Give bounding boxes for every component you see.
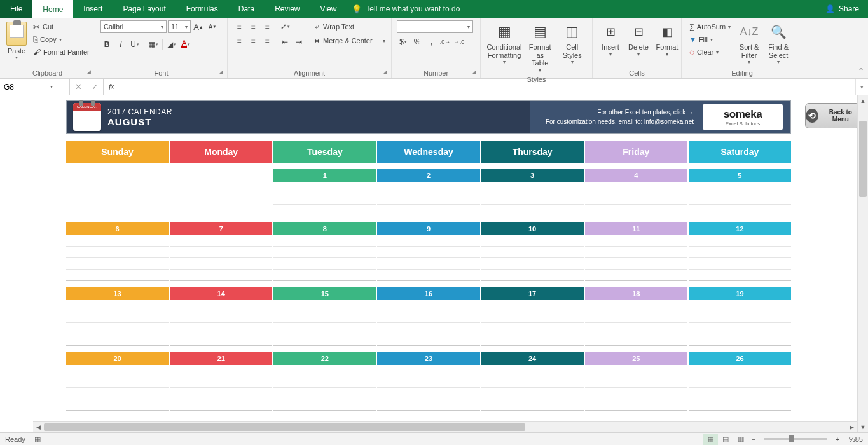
share-button[interactable]: 👤 Share [816, 0, 868, 18]
date-notes-area[interactable] [273, 300, 376, 346]
decrease-font-button[interactable]: A▼ [206, 20, 219, 33]
align-left-button[interactable]: ≡ [233, 34, 245, 47]
zoom-in-button[interactable]: + [832, 435, 843, 443]
day-cell-12[interactable]: 12 [689, 222, 791, 281]
decrease-indent-button[interactable]: ⇤ [279, 36, 291, 48]
day-cell-19[interactable]: 19 [689, 287, 791, 346]
day-cell-23[interactable]: 23 [377, 352, 479, 411]
align-middle-button[interactable]: ≡ [247, 20, 259, 33]
date-notes-area[interactable] [170, 235, 272, 281]
increase-indent-button[interactable]: ⇥ [293, 36, 305, 48]
day-cell-21[interactable]: 21 [170, 352, 272, 411]
normal-view-button[interactable]: ▦ [703, 434, 718, 445]
day-cell-5[interactable]: 5 [689, 169, 791, 216]
day-cell-14[interactable]: 14 [170, 287, 272, 346]
date-notes-area[interactable] [377, 365, 479, 411]
menu-tab-file[interactable]: File [0, 0, 32, 18]
sort-filter-button[interactable]: A↓ZSort & Filter▾ [736, 20, 762, 66]
day-cell-22[interactable]: 22 [273, 352, 376, 411]
menu-tab-page-layout[interactable]: Page Layout [113, 0, 176, 18]
format-cells-button[interactable]: ◧Format▾ [654, 20, 680, 58]
day-cell-16[interactable]: 16 [377, 287, 479, 346]
collapse-ribbon-button[interactable]: ⌃ [858, 67, 864, 76]
date-notes-area[interactable] [481, 300, 584, 346]
fill-button[interactable]: ▼Fill▾ [687, 33, 733, 46]
format-as-table-button[interactable]: ▤Format as Table▾ [525, 20, 555, 74]
insert-cells-button[interactable]: ⊞Insert▾ [598, 20, 623, 58]
cancel-formula-button[interactable]: ✕ [70, 82, 86, 92]
clear-button[interactable]: ◇Clear▾ [687, 46, 733, 58]
row-headers[interactable] [0, 95, 33, 432]
day-cell-6[interactable]: 6 [66, 222, 169, 281]
someka-logo[interactable]: somekaExcel Solutions [703, 104, 783, 130]
increase-font-button[interactable]: A▲ [192, 20, 205, 33]
scroll-down-button[interactable]: ▼ [858, 421, 868, 432]
name-box[interactable]: G8▾ [0, 79, 57, 95]
macro-record-icon[interactable]: ▦ [34, 435, 41, 443]
fill-color-button[interactable]: ◢ [165, 38, 178, 51]
conditional-formatting-button[interactable]: ▦Conditional Formatting▾ [486, 20, 523, 66]
align-top-button[interactable]: ≡ [233, 20, 245, 33]
number-format-combo[interactable]: ▾ [397, 20, 473, 33]
menu-tab-view[interactable]: View [310, 0, 347, 18]
zoom-out-button[interactable]: − [748, 435, 759, 443]
page-layout-view-button[interactable]: ▤ [718, 434, 733, 445]
page-break-view-button[interactable]: ▥ [733, 434, 748, 445]
format-painter-button[interactable]: 🖌Format Painter [31, 46, 92, 58]
menu-tab-review[interactable]: Review [265, 0, 310, 18]
italic-button[interactable]: I [114, 38, 127, 51]
date-notes-area[interactable] [170, 365, 272, 411]
scroll-thumb-y[interactable] [859, 121, 867, 197]
date-notes-area[interactable] [66, 365, 169, 411]
back-to-menu-button[interactable]: ⟲ Back to Menu [805, 103, 857, 128]
scroll-up-button[interactable]: ▲ [858, 95, 868, 106]
decrease-decimal-button[interactable]: →.0 [453, 36, 465, 48]
accounting-format-button[interactable]: $ [397, 36, 410, 48]
date-notes-area[interactable] [689, 365, 791, 411]
font-size-combo[interactable]: 11▾ [168, 20, 191, 33]
menu-tab-data[interactable]: Data [228, 0, 265, 18]
find-select-button[interactable]: 🔍Find & Select▾ [765, 20, 792, 66]
date-notes-area[interactable] [273, 235, 376, 281]
scroll-right-button[interactable]: ▶ [846, 424, 857, 430]
paste-button[interactable]: Paste ▾ [5, 20, 28, 62]
date-notes-area[interactable] [377, 300, 479, 346]
increase-decimal-button[interactable]: .0→ [439, 36, 451, 48]
day-cell-26[interactable]: 26 [689, 352, 791, 411]
align-right-button[interactable]: ≡ [261, 34, 273, 47]
date-notes-area[interactable] [689, 300, 791, 346]
zoom-slider[interactable] [764, 438, 827, 440]
date-notes-area[interactable] [273, 365, 376, 411]
day-cell-13[interactable]: 13 [66, 287, 169, 346]
horizontal-scrollbar[interactable]: ◀ ▶ [33, 421, 857, 432]
date-notes-area[interactable] [585, 235, 687, 281]
date-notes-area[interactable] [481, 235, 584, 281]
date-notes-area[interactable] [66, 300, 169, 346]
day-cell-2[interactable]: 2 [377, 169, 479, 216]
cell-styles-button[interactable]: ◫Cell Styles▾ [558, 20, 588, 66]
menu-tab-home[interactable]: Home [32, 0, 73, 18]
date-notes-area[interactable] [170, 300, 272, 346]
font-color-button[interactable]: A [179, 38, 192, 51]
autosum-button[interactable]: ∑AutoSum▾ [687, 20, 733, 33]
date-notes-area[interactable] [377, 235, 479, 281]
day-cell-10[interactable]: 10 [481, 222, 584, 281]
day-cell-15[interactable]: 15 [273, 287, 376, 346]
copy-button[interactable]: ⎘Copy▾ [31, 33, 92, 46]
day-cell-4[interactable]: 4 [585, 169, 687, 216]
day-cell-25[interactable]: 25 [585, 352, 687, 411]
clipboard-launcher[interactable]: ◢ [85, 68, 92, 76]
underline-button[interactable]: U [128, 38, 141, 51]
expand-formula-bar-button[interactable]: ▾ [855, 79, 868, 95]
fx-label[interactable]: fx [104, 79, 119, 95]
scroll-left-button[interactable]: ◀ [33, 424, 44, 430]
date-notes-area[interactable] [585, 300, 687, 346]
day-cell-18[interactable]: 18 [585, 287, 687, 346]
day-cell-24[interactable]: 24 [481, 352, 584, 411]
scroll-thumb-x[interactable] [44, 423, 525, 431]
date-notes-area[interactable] [66, 235, 169, 281]
font-launcher[interactable]: ◢ [217, 68, 224, 76]
menu-tab-formulas[interactable]: Formulas [176, 0, 228, 18]
date-notes-area[interactable] [689, 182, 791, 216]
cut-button[interactable]: ✂Cut [31, 20, 92, 33]
